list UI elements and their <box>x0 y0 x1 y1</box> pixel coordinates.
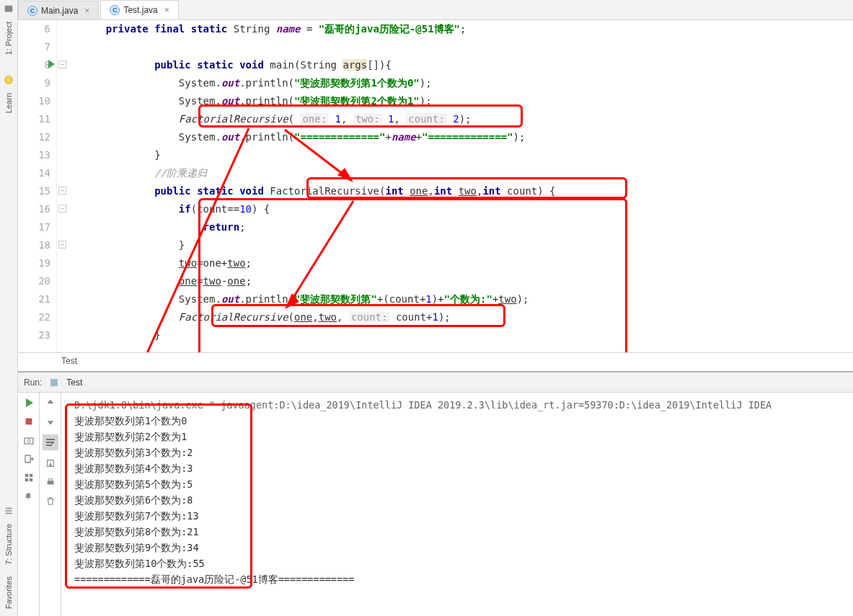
tab-learn[interactable]: Learn <box>4 93 13 113</box>
left-tool-sidebar: 1: Project Learn 7: Structure Favorites <box>0 0 18 616</box>
code-line: System.out.println("斐波那契数列第"+(count+1)+"… <box>81 290 853 308</box>
code-line: one=two-one; <box>81 272 853 290</box>
tab-structure[interactable]: 7: Structure <box>4 524 13 565</box>
class-icon: C <box>27 6 37 16</box>
linenum: 15 <box>18 182 50 200</box>
output-line: =============磊哥的java历险记-@51博客===========… <box>74 571 853 587</box>
linenum: 19 <box>18 254 50 272</box>
svg-rect-10 <box>25 438 33 444</box>
close-icon[interactable]: × <box>164 5 169 15</box>
soft-wrap-icon[interactable] <box>43 434 58 450</box>
code-area[interactable]: private final static String name = "磊哥的j… <box>68 20 853 352</box>
linenum: 18 <box>18 236 50 254</box>
linenum: 9 <box>18 74 50 92</box>
run-header: Run: Test <box>18 372 853 393</box>
run-toolbar-left <box>18 393 40 616</box>
tab-test-java[interactable]: C Test.java × <box>100 0 178 19</box>
app-icon <box>49 378 59 388</box>
fold-marker[interactable]: − <box>58 205 66 213</box>
project-icon[interactable] <box>4 4 14 14</box>
learn-icon[interactable] <box>4 75 14 85</box>
svg-point-11 <box>27 439 30 442</box>
breadcrumb: Test <box>18 352 853 371</box>
run-icon[interactable] <box>23 397 35 409</box>
tab-label: Test.java <box>123 5 157 15</box>
output-line: 斐波那契数列第3个数为:2 <box>74 445 853 460</box>
output-line: 斐波那契数列第1个数为0 <box>74 413 853 429</box>
linenum: 20 <box>18 272 50 290</box>
linenum: 17 <box>18 218 50 236</box>
tab-project[interactable]: 1: Project <box>4 22 13 55</box>
code-line: } <box>81 236 853 254</box>
linenum: 14 <box>18 164 50 182</box>
svg-point-1 <box>5 76 13 84</box>
output-line: 斐波那契数列第10个数为:55 <box>74 555 853 571</box>
code-editor[interactable]: 6 7 8 9 10 11 12 13 14 15 16 17 18 19 20… <box>18 20 853 352</box>
linenum: 10 <box>18 92 50 110</box>
output-line: 斐波那契数列第9个数为:34 <box>74 540 853 555</box>
output-line: 斐波那契数列第7个数为:13 <box>74 508 853 524</box>
tab-label: Main.java <box>41 6 78 16</box>
code-line: System.out.println("============="+name+… <box>81 128 853 146</box>
fold-marker[interactable]: − <box>58 187 66 195</box>
linenum: 6 <box>18 20 50 38</box>
linenum: 23 <box>18 326 50 344</box>
svg-rect-9 <box>25 419 32 425</box>
camera-icon[interactable] <box>23 434 35 446</box>
line-gutter: 6 7 8 9 10 11 12 13 14 15 16 17 18 19 20… <box>18 20 57 352</box>
linenum: 22 <box>18 308 50 326</box>
structure-icon[interactable] <box>4 506 14 516</box>
run-output[interactable]: D:\jdk1.8\bin\java.exe "-javaagent:D:\id… <box>61 393 853 616</box>
pin-icon[interactable] <box>23 491 35 502</box>
linenum: 12 <box>18 128 50 146</box>
run-icon[interactable] <box>48 60 55 68</box>
svg-rect-17 <box>48 479 52 481</box>
output-line: 斐波那契数列第8个数为:21 <box>74 524 853 540</box>
run-toolbar-secondary <box>40 393 61 616</box>
fold-marker[interactable]: − <box>58 61 66 68</box>
editor-tabs: C Main.java × C Test.java × <box>18 0 853 20</box>
code-line: two=one+two; <box>81 254 853 272</box>
linenum: 16 <box>18 200 50 218</box>
svg-rect-12 <box>25 474 27 477</box>
up-icon[interactable] <box>45 397 56 409</box>
svg-rect-8 <box>50 379 58 386</box>
linenum: 21 <box>18 290 50 308</box>
print-icon[interactable] <box>45 476 56 488</box>
close-icon[interactable]: × <box>84 6 89 16</box>
code-line: FactorialRecursive(one,two, count: count… <box>81 308 853 326</box>
fold-gutter: − − − − <box>57 20 68 352</box>
layout-icon[interactable] <box>23 472 35 483</box>
code-line: System.out.println("斐波那契数列第2个数为1"); <box>81 92 853 110</box>
code-line <box>81 38 853 56</box>
trash-icon[interactable] <box>45 495 56 506</box>
fold-marker[interactable]: − <box>58 241 66 249</box>
code-line: if(count==10) { <box>81 200 853 218</box>
code-line: FactorialRecursive( one: 1, two: 1, coun… <box>81 110 853 128</box>
output-line: 斐波那契数列第5个数为:5 <box>74 476 853 492</box>
tab-main-java[interactable]: C Main.java × <box>18 1 99 19</box>
main-area: C Main.java × C Test.java × 6 7 8 9 10 1… <box>18 0 853 616</box>
output-line: D:\jdk1.8\bin\java.exe "-javaagent:D:\id… <box>74 397 853 413</box>
svg-rect-14 <box>25 478 27 481</box>
tab-favorites[interactable]: Favorites <box>4 576 13 609</box>
svg-rect-13 <box>29 474 32 477</box>
code-line: } <box>81 146 853 164</box>
exit-icon[interactable] <box>23 453 35 465</box>
down-icon[interactable] <box>45 416 56 427</box>
code-line: public static void main(String args[]){ <box>81 56 853 74</box>
linenum: 7 <box>18 38 50 56</box>
svg-rect-16 <box>47 481 53 484</box>
code-line: return; <box>81 218 853 236</box>
output-line: 斐波那契数列第6个数为:8 <box>74 492 853 508</box>
run-config-name: Test <box>66 378 82 388</box>
linenum: 8 <box>18 56 50 74</box>
linenum: 13 <box>18 146 50 164</box>
svg-rect-0 <box>5 6 13 12</box>
scroll-icon[interactable] <box>45 457 56 469</box>
output-line: 斐波那契数列第2个数为1 <box>74 429 853 445</box>
code-line: } <box>81 326 853 344</box>
stop-icon[interactable] <box>23 416 35 427</box>
code-line: public static void FactorialRecursive(in… <box>81 182 853 200</box>
code-line: private final static String name = "磊哥的j… <box>81 20 853 38</box>
